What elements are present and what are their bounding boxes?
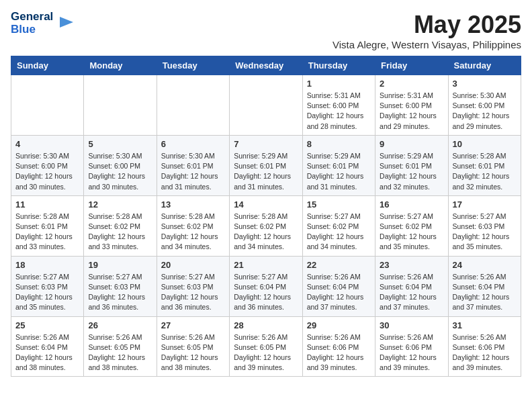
sunrise-text: Sunrise: 5:26 AM	[307, 333, 361, 341]
sunrise-text: Sunrise: 5:26 AM	[15, 333, 69, 341]
daylight-text: Daylight: 12 hours and 31 minutes.	[307, 172, 364, 190]
sunrise-text: Sunrise: 5:28 AM	[15, 212, 69, 220]
calendar-cell: 17 Sunrise: 5:27 AM Sunset: 6:03 PM Dayl…	[448, 195, 521, 256]
day-info: Sunrise: 5:26 AM Sunset: 6:04 PM Dayligh…	[15, 332, 79, 373]
sunrise-text: Sunrise: 5:26 AM	[88, 333, 142, 341]
sunset-text: Sunset: 6:04 PM	[15, 343, 68, 351]
sunset-text: Sunset: 6:01 PM	[161, 162, 214, 170]
sunset-text: Sunset: 6:06 PM	[380, 343, 432, 351]
sunset-text: Sunset: 6:03 PM	[15, 283, 68, 291]
day-number: 14	[234, 199, 298, 210]
day-number: 30	[380, 320, 443, 330]
sunrise-text: Sunrise: 5:30 AM	[88, 152, 142, 160]
sunrise-text: Sunrise: 5:27 AM	[161, 273, 215, 281]
daylight-text: Daylight: 12 hours and 29 minutes.	[453, 111, 510, 130]
sunset-text: Sunset: 6:05 PM	[234, 343, 286, 351]
daylight-text: Daylight: 12 hours and 34 minutes.	[161, 232, 218, 250]
day-info: Sunrise: 5:31 AM Sunset: 6:00 PM Dayligh…	[307, 91, 371, 132]
day-number: 28	[234, 320, 298, 330]
day-number: 23	[380, 260, 443, 270]
daylight-text: Daylight: 12 hours and 30 minutes.	[88, 172, 145, 190]
calendar-cell: 26 Sunrise: 5:26 AM Sunset: 6:05 PM Dayl…	[84, 316, 157, 377]
weekday-header: Thursday	[302, 56, 375, 75]
daylight-text: Daylight: 12 hours and 39 minutes.	[453, 353, 510, 371]
sunset-text: Sunset: 6:01 PM	[307, 162, 359, 170]
sunset-text: Sunset: 6:01 PM	[453, 162, 505, 170]
calendar-cell: 11 Sunrise: 5:28 AM Sunset: 6:01 PM Dayl…	[11, 195, 84, 256]
calendar-cell: 18 Sunrise: 5:27 AM Sunset: 6:03 PM Dayl…	[11, 256, 84, 316]
weekday-header: Sunday	[11, 56, 84, 75]
day-info: Sunrise: 5:26 AM Sunset: 6:04 PM Dayligh…	[380, 272, 443, 313]
calendar-cell: 8 Sunrise: 5:29 AM Sunset: 6:01 PM Dayli…	[302, 135, 375, 195]
sunrise-text: Sunrise: 5:27 AM	[380, 212, 433, 220]
calendar-cell: 23 Sunrise: 5:26 AM Sunset: 6:04 PM Dayl…	[375, 256, 448, 316]
calendar-cell: 28 Sunrise: 5:26 AM Sunset: 6:05 PM Dayl…	[230, 316, 302, 377]
calendar-week-row: 11 Sunrise: 5:28 AM Sunset: 6:01 PM Dayl…	[11, 195, 521, 256]
daylight-text: Daylight: 12 hours and 34 minutes.	[307, 232, 364, 250]
daylight-text: Daylight: 12 hours and 39 minutes.	[307, 353, 364, 371]
sunset-text: Sunset: 6:03 PM	[161, 283, 214, 291]
day-number: 11	[15, 199, 79, 210]
daylight-text: Daylight: 12 hours and 34 minutes.	[234, 232, 291, 250]
sunrise-text: Sunrise: 5:29 AM	[380, 152, 433, 160]
day-info: Sunrise: 5:27 AM Sunset: 6:04 PM Dayligh…	[234, 272, 298, 313]
location-title: Vista Alegre, Western Visayas, Philippin…	[332, 39, 521, 50]
calendar-cell: 22 Sunrise: 5:26 AM Sunset: 6:04 PM Dayl…	[302, 256, 375, 316]
weekday-header: Monday	[84, 56, 157, 75]
daylight-text: Daylight: 12 hours and 32 minutes.	[453, 172, 510, 190]
title-block: May 2025 Vista Alegre, Western Visayas, …	[332, 11, 521, 50]
daylight-text: Daylight: 12 hours and 38 minutes.	[88, 353, 145, 371]
day-info: Sunrise: 5:27 AM Sunset: 6:03 PM Dayligh…	[453, 212, 517, 253]
calendar-cell: 1 Sunrise: 5:31 AM Sunset: 6:00 PM Dayli…	[302, 75, 375, 136]
logo-text-blue: Blue	[11, 24, 53, 36]
svg-marker-0	[60, 17, 73, 28]
day-info: Sunrise: 5:30 AM Sunset: 6:00 PM Dayligh…	[15, 151, 79, 192]
calendar-cell: 5 Sunrise: 5:30 AM Sunset: 6:00 PM Dayli…	[84, 135, 157, 195]
calendar-cell: 30 Sunrise: 5:26 AM Sunset: 6:06 PM Dayl…	[375, 316, 448, 377]
day-info: Sunrise: 5:28 AM Sunset: 6:02 PM Dayligh…	[161, 212, 225, 253]
sunset-text: Sunset: 6:01 PM	[234, 162, 286, 170]
calendar-cell: 16 Sunrise: 5:27 AM Sunset: 6:02 PM Dayl…	[375, 195, 448, 256]
day-info: Sunrise: 5:29 AM Sunset: 6:01 PM Dayligh…	[234, 151, 298, 192]
day-info: Sunrise: 5:30 AM Sunset: 6:00 PM Dayligh…	[453, 91, 517, 132]
calendar-cell: 25 Sunrise: 5:26 AM Sunset: 6:04 PM Dayl…	[11, 316, 84, 377]
day-info: Sunrise: 5:28 AM Sunset: 6:02 PM Dayligh…	[234, 212, 298, 253]
day-number: 8	[307, 139, 371, 149]
calendar-cell: 27 Sunrise: 5:26 AM Sunset: 6:05 PM Dayl…	[157, 316, 229, 377]
day-info: Sunrise: 5:28 AM Sunset: 6:02 PM Dayligh…	[88, 212, 152, 253]
sunrise-text: Sunrise: 5:26 AM	[234, 333, 287, 341]
calendar-cell	[157, 75, 229, 136]
sunrise-text: Sunrise: 5:27 AM	[453, 212, 506, 220]
day-info: Sunrise: 5:29 AM Sunset: 6:01 PM Dayligh…	[380, 151, 443, 192]
sunset-text: Sunset: 6:06 PM	[307, 343, 359, 351]
calendar-cell: 19 Sunrise: 5:27 AM Sunset: 6:03 PM Dayl…	[84, 256, 157, 316]
daylight-text: Daylight: 12 hours and 35 minutes.	[380, 232, 437, 250]
calendar-cell: 14 Sunrise: 5:28 AM Sunset: 6:02 PM Dayl…	[230, 195, 302, 256]
sunrise-text: Sunrise: 5:30 AM	[161, 152, 215, 160]
day-number: 1	[307, 79, 371, 89]
daylight-text: Daylight: 12 hours and 37 minutes.	[307, 293, 364, 311]
day-number: 5	[88, 139, 152, 149]
page-header: General Blue May 2025 Vista Alegre, West…	[11, 11, 521, 50]
daylight-text: Daylight: 12 hours and 38 minutes.	[161, 353, 218, 371]
day-info: Sunrise: 5:26 AM Sunset: 6:06 PM Dayligh…	[380, 332, 443, 373]
day-info: Sunrise: 5:31 AM Sunset: 6:00 PM Dayligh…	[380, 91, 443, 132]
daylight-text: Daylight: 12 hours and 37 minutes.	[380, 293, 437, 311]
day-info: Sunrise: 5:26 AM Sunset: 6:04 PM Dayligh…	[453, 272, 517, 313]
sunrise-text: Sunrise: 5:27 AM	[15, 273, 69, 281]
day-number: 7	[234, 139, 298, 149]
day-number: 13	[161, 199, 225, 210]
day-number: 19	[88, 260, 152, 270]
sunrise-text: Sunrise: 5:26 AM	[307, 273, 361, 281]
sunrise-text: Sunrise: 5:31 AM	[307, 91, 361, 99]
sunrise-text: Sunrise: 5:26 AM	[161, 333, 215, 341]
logo-icon	[57, 13, 76, 34]
calendar-cell: 6 Sunrise: 5:30 AM Sunset: 6:01 PM Dayli…	[157, 135, 229, 195]
day-number: 6	[161, 139, 225, 149]
calendar-cell: 3 Sunrise: 5:30 AM Sunset: 6:00 PM Dayli…	[448, 75, 521, 136]
sunset-text: Sunset: 6:01 PM	[380, 162, 432, 170]
calendar-cell: 4 Sunrise: 5:30 AM Sunset: 6:00 PM Dayli…	[11, 135, 84, 195]
sunset-text: Sunset: 6:02 PM	[88, 222, 140, 230]
sunrise-text: Sunrise: 5:26 AM	[380, 333, 433, 341]
day-number: 9	[380, 139, 443, 149]
